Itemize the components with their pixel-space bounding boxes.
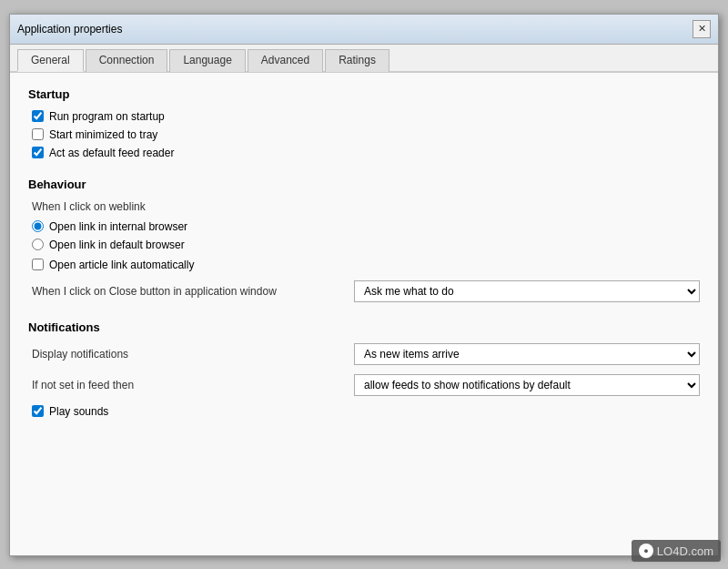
internal-browser-radio[interactable] (32, 220, 44, 232)
behaviour-title: Behaviour (28, 178, 700, 191)
play-sounds-row: Play sounds (28, 405, 700, 418)
default-reader-row: Act as default feed reader (28, 147, 700, 159)
default-browser-label: Open link in default browser (49, 239, 185, 251)
default-browser-row: Open link in default browser (28, 239, 700, 251)
tab-advanced[interactable]: Advanced (248, 49, 323, 72)
if-not-set-dropdown[interactable]: allow feeds to show notifications by def… (354, 374, 700, 396)
play-sounds-checkbox[interactable] (32, 405, 44, 417)
start-minimized-label: Start minimized to tray (49, 128, 157, 141)
tab-content: Startup Run program on startup Start min… (10, 73, 718, 555)
default-reader-checkbox[interactable] (32, 147, 44, 158)
start-minimized-checkbox[interactable] (32, 128, 44, 140)
title-bar: Application properties ✕ (10, 15, 718, 45)
window-title: Application properties (17, 23, 122, 36)
notifications-title: Notifications (28, 320, 700, 334)
close-button[interactable]: ✕ (693, 20, 711, 38)
if-not-set-row: If not set in feed then allow feeds to s… (28, 374, 700, 396)
run-startup-checkbox[interactable] (32, 110, 44, 122)
weblink-label: When I click on weblink (28, 200, 700, 213)
close-button-label: When I click on Close button in applicat… (32, 285, 277, 298)
tabs-bar: General Connection Language Advanced Rat… (10, 45, 718, 73)
startup-title: Startup (28, 87, 700, 101)
run-startup-row: Run program on startup (28, 110, 700, 123)
open-article-row: Open article link automatically (28, 259, 700, 271)
open-article-checkbox[interactable] (32, 259, 44, 270)
tab-ratings[interactable]: Ratings (325, 49, 389, 72)
internal-browser-label: Open link in internal browser (49, 220, 187, 233)
application-window: Application properties ✕ General Connect… (9, 14, 719, 556)
default-reader-label: Act as default feed reader (49, 147, 174, 159)
run-startup-label: Run program on startup (49, 110, 165, 123)
tab-language[interactable]: Language (169, 49, 245, 72)
close-button-dropdown[interactable]: Ask me what to do Minimize to tray Exit … (354, 280, 700, 302)
tab-connection[interactable]: Connection (86, 49, 168, 72)
startup-section: Startup Run program on startup Start min… (28, 87, 700, 159)
watermark-text: LO4D.com (657, 544, 713, 558)
watermark-icon: ● (639, 544, 653, 558)
internal-browser-row: Open link in internal browser (28, 220, 700, 233)
default-browser-radio[interactable] (32, 239, 44, 250)
display-notifications-row: Display notifications As new items arriv… (28, 343, 700, 365)
start-minimized-row: Start minimized to tray (28, 128, 700, 141)
display-notifications-dropdown[interactable]: As new items arrive Never Always (354, 343, 700, 365)
if-not-set-label: If not set in feed then (32, 379, 134, 391)
close-button-row: When I click on Close button in applicat… (28, 280, 700, 302)
behaviour-section: Behaviour When I click on weblink Open l… (28, 178, 700, 302)
notifications-section: Notifications Display notifications As n… (28, 320, 700, 418)
watermark: ● LO4D.com (632, 540, 721, 562)
play-sounds-label: Play sounds (49, 405, 108, 418)
tab-general[interactable]: General (17, 49, 84, 72)
open-article-label: Open article link automatically (49, 259, 194, 271)
display-notifications-label: Display notifications (32, 348, 128, 361)
